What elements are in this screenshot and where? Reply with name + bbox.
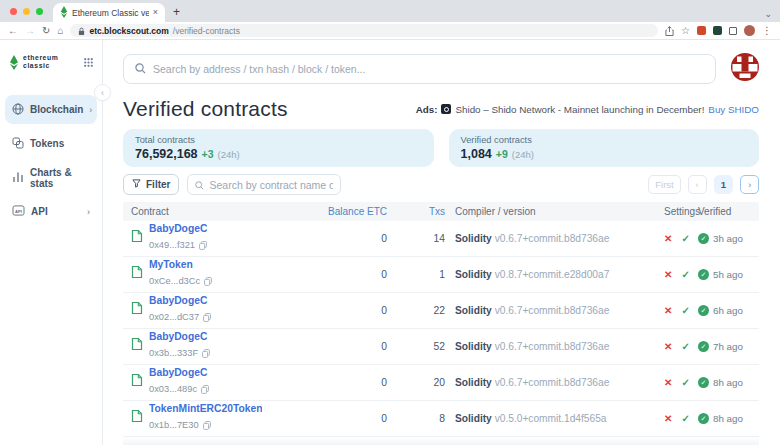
sidebar-item-blockchain[interactable]: Blockchain › xyxy=(5,95,97,124)
profile-avatar[interactable] xyxy=(731,53,759,85)
copy-icon[interactable] xyxy=(199,236,207,254)
browser-tab-strip: Ethereum Classic verified con × + ⌄ xyxy=(0,0,780,22)
copy-icon[interactable] xyxy=(202,344,210,362)
ads-link[interactable]: Buy SHIDO xyxy=(708,104,759,115)
stat-value: 1,084 xyxy=(461,147,492,161)
new-tab-button[interactable]: + xyxy=(173,5,180,19)
lock-icon xyxy=(78,22,85,40)
settings-cell: ✕ ✓ xyxy=(664,269,698,280)
balance-cell: 0 xyxy=(313,305,387,316)
balance-cell: 0 xyxy=(313,341,387,352)
header-txs[interactable]: Txs xyxy=(387,206,445,217)
copy-icon[interactable] xyxy=(203,308,211,326)
stat-card-total-contracts: Total contracts 76,592,168 +3 (24h) xyxy=(123,129,434,167)
contract-search[interactable] xyxy=(187,174,341,195)
contract-address: 0x1b...7E30 xyxy=(149,420,199,430)
contract-name-link[interactable]: TokenMintERC20Token xyxy=(149,403,262,416)
table-row: BabyDogeC 0x02...dC37 0 22 Solidity v0.6… xyxy=(123,293,759,329)
pagination-page-1[interactable]: 1 xyxy=(714,175,733,194)
extensions-icon[interactable] xyxy=(729,27,737,35)
verified-cell: ✓ 3h ago xyxy=(698,233,759,244)
stat-label: Total contracts xyxy=(135,135,422,145)
sidebar-item-tokens[interactable]: Tokens xyxy=(5,129,97,158)
verified-badge-icon: ✓ xyxy=(698,233,709,244)
minimize-window-button[interactable] xyxy=(23,8,30,15)
global-search[interactable] xyxy=(123,54,716,84)
contract-name-link[interactable]: BabyDogeC xyxy=(149,295,211,308)
contract-name-link[interactable]: BabyDogeC xyxy=(149,331,210,344)
header-contract: Contract xyxy=(123,206,313,217)
compiler-cell: Solidity v0.8.7+commit.e28d00a7 xyxy=(445,269,664,280)
metamask-extension-icon[interactable] xyxy=(697,26,706,35)
app-logo[interactable]: ethereum classic xyxy=(0,53,102,71)
browser-menu-icon[interactable]: ⋮ xyxy=(762,26,772,36)
zoom-window-button[interactable] xyxy=(36,8,43,15)
pagination-first-button[interactable]: First xyxy=(648,175,680,194)
global-search-input[interactable] xyxy=(153,63,704,75)
table-row: BabyDogeC 0x03...489c 0 20 Solidity v0.6… xyxy=(123,365,759,401)
txs-cell: 20 xyxy=(387,377,445,388)
copy-icon[interactable] xyxy=(204,272,212,290)
contract-name-link[interactable]: BabyDogeC xyxy=(149,367,209,380)
sidebar-item-label: API xyxy=(31,206,48,217)
contract-name-link[interactable]: MyToken xyxy=(149,259,212,272)
window-controls[interactable] xyxy=(10,0,43,22)
url-path: /verified-contracts xyxy=(173,26,240,36)
table-header: Contract Balance ETC Txs Compiler / vers… xyxy=(123,202,759,221)
sidebar-collapse-button[interactable]: ‹ xyxy=(94,84,111,101)
verified-time: 3h ago xyxy=(713,233,743,244)
ads-banner: Ads: Shido – Shido Network - Mainnet lau… xyxy=(416,104,759,115)
sidebar-item-api[interactable]: API API › xyxy=(5,197,97,226)
contract-address: 0x03...489c xyxy=(149,384,197,394)
copy-icon[interactable] xyxy=(203,416,211,434)
share-icon[interactable] xyxy=(665,22,674,40)
address-bar[interactable]: etc.blockscout.com/verified-contracts xyxy=(70,24,658,37)
contract-file-icon xyxy=(131,337,143,355)
chevron-right-icon: › xyxy=(89,105,92,115)
forward-button[interactable]: → xyxy=(25,26,35,36)
browser-tab[interactable]: Ethereum Classic verified con × xyxy=(53,3,165,22)
shido-logo-icon xyxy=(441,104,451,114)
close-window-button[interactable] xyxy=(10,8,17,15)
sidebar-item-charts-stats[interactable]: Charts & stats xyxy=(5,163,97,192)
back-button[interactable]: ← xyxy=(8,26,18,36)
globe-icon xyxy=(12,103,24,117)
pagination-prev-button[interactable]: ‹ xyxy=(688,175,707,194)
table-row: BabyDogeC 0x49...f321 0 14 Solidity v0.6… xyxy=(123,221,759,257)
apps-grid-icon[interactable] xyxy=(84,53,93,71)
x-mark-icon: ✕ xyxy=(664,233,672,244)
home-button[interactable]: ⌂ xyxy=(57,26,63,36)
contract-file-icon xyxy=(131,229,143,247)
contract-search-input[interactable] xyxy=(209,179,333,191)
bookmark-star-icon[interactable]: ☆ xyxy=(681,26,690,36)
verified-time: 8h ago xyxy=(713,413,743,424)
stat-label: Verified contracts xyxy=(461,135,748,145)
browser-profile-avatar[interactable] xyxy=(744,25,755,36)
chevron-right-icon: › xyxy=(87,207,90,217)
pagination-next-button[interactable]: › xyxy=(740,175,759,194)
compiler-cell: Solidity v0.6.7+commit.b8d736ae xyxy=(445,377,664,388)
reload-button[interactable]: ↻ xyxy=(42,26,50,36)
check-icon: ✓ xyxy=(681,233,689,244)
tab-close-icon[interactable]: × xyxy=(153,8,158,17)
settings-cell: ✕ ✓ xyxy=(664,341,698,352)
tokens-icon xyxy=(12,137,24,151)
stat-card-verified-contracts: Verified contracts 1,084 +9 (24h) xyxy=(449,129,760,167)
txs-cell: 8 xyxy=(387,413,445,424)
txs-cell: 52 xyxy=(387,341,445,352)
extension-icon[interactable] xyxy=(713,26,722,35)
filter-button[interactable]: Filter xyxy=(123,174,179,195)
api-icon: API xyxy=(12,205,25,218)
settings-cell: ✕ ✓ xyxy=(664,305,698,316)
check-icon: ✓ xyxy=(681,341,689,352)
header-settings: Settings xyxy=(664,206,698,217)
filter-funnel-icon xyxy=(132,179,141,190)
header-balance-etc[interactable]: Balance ETC xyxy=(313,206,387,217)
balance-cell: 0 xyxy=(313,377,387,388)
stat-delta: +9 xyxy=(496,148,508,160)
tab-list-chevron-icon[interactable]: ⌄ xyxy=(764,9,772,19)
copy-icon[interactable] xyxy=(201,380,209,398)
verified-time: 8h ago xyxy=(713,377,743,388)
filter-button-label: Filter xyxy=(146,179,170,190)
contract-name-link[interactable]: BabyDogeC xyxy=(149,223,207,236)
